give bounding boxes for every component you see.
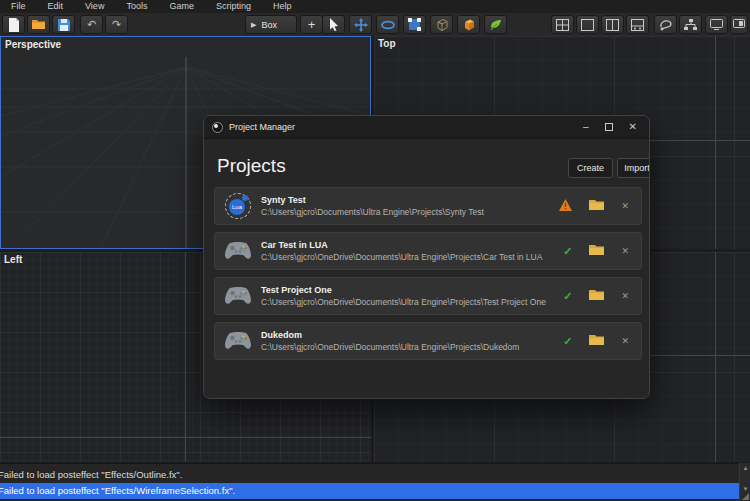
undo-icon: ↶ — [87, 19, 96, 30]
left-view-axis-vertical — [185, 252, 186, 462]
wireframe-cube-icon — [435, 18, 449, 32]
monitor-secondary-button[interactable] — [730, 15, 748, 34]
project-name: Synty Test — [261, 195, 484, 205]
menu-tools[interactable]: Tools — [115, 0, 158, 13]
layout-split-vertical-icon — [606, 19, 619, 31]
maximize-button[interactable] — [605, 123, 613, 131]
lua-logo-icon: Lua — [224, 192, 252, 220]
project-path: C:\Users\gjcro\OneDrive\Documents\Ultra … — [261, 252, 542, 262]
menu-help[interactable]: Help — [262, 0, 303, 13]
scene-hierarchy-button[interactable] — [679, 15, 702, 34]
app-logo-icon — [212, 122, 223, 133]
project-row-synty-test[interactable]: Lua Synty Test C:\Users\gjcro\Documents\… — [214, 187, 642, 225]
undo-button[interactable]: ↶ — [80, 15, 103, 34]
select-tool-button[interactable] — [322, 15, 345, 34]
hierarchy-icon — [684, 19, 697, 31]
project-path: C:\Users\gjcro\OneDrive\Documents\Ultra … — [261, 342, 519, 352]
monitor-primary-button[interactable] — [705, 15, 728, 34]
project-manager-dialog: Project Manager – ✕ Projects Create Impo… — [203, 115, 650, 399]
toolbar: ↶ ↷ ▶ Box + — [0, 13, 750, 36]
viewport-left-label: Left — [4, 254, 22, 265]
viewport-perspective-label: Perspective — [5, 39, 61, 50]
new-file-icon — [8, 18, 20, 32]
project-name: Dukedom — [261, 330, 519, 340]
ok-check-icon: ✓ — [563, 245, 572, 258]
remove-project-icon[interactable]: ✕ — [621, 291, 629, 301]
dialog-titlebar[interactable]: Project Manager – ✕ — [204, 116, 649, 139]
layout-split-vertical-button[interactable] — [601, 15, 624, 34]
save-button[interactable] — [52, 15, 75, 34]
projects-heading: Projects — [217, 155, 286, 177]
scroll-up-icon[interactable]: ▲ — [740, 465, 750, 471]
lasso-icon — [659, 19, 673, 31]
open-project-folder-icon[interactable] — [589, 197, 604, 215]
open-project-folder-icon[interactable] — [589, 287, 604, 305]
gamepad-icon — [224, 327, 252, 355]
plus-icon: + — [308, 18, 316, 31]
layout-split-horizontal-icon — [631, 19, 644, 31]
solid-cube-button[interactable] — [457, 15, 480, 34]
close-button[interactable]: ✕ — [629, 122, 637, 132]
menu-game[interactable]: Game — [158, 0, 205, 13]
console-log: Failed to load posteffect "Effects/Outli… — [0, 463, 750, 501]
br-view-axis-vertical — [715, 252, 716, 462]
create-button[interactable]: Create — [568, 158, 613, 178]
console-line-selected[interactable]: Failed to load posteffect "Effects/Wiref… — [0, 483, 739, 499]
project-row-test-project-one[interactable]: Test Project One C:\Users\gjcro\OneDrive… — [214, 277, 642, 315]
remove-project-icon[interactable]: ✕ — [621, 336, 629, 346]
resize-grip-icon[interactable] — [742, 493, 749, 500]
leaf-icon — [489, 19, 502, 31]
wireframe-cube-button[interactable] — [430, 15, 453, 34]
import-button[interactable]: Import — [617, 158, 650, 178]
project-row-car-test[interactable]: Car Test in LUA C:\Users\gjcro\OneDrive\… — [214, 232, 642, 270]
new-file-button[interactable] — [2, 15, 25, 34]
top-view-axis-vertical — [715, 36, 716, 249]
menu-view[interactable]: View — [74, 0, 115, 13]
vegetation-tool-button[interactable] — [484, 15, 507, 34]
layout-single-button[interactable] — [576, 15, 599, 34]
viewport-top-label: Top — [378, 38, 396, 49]
redo-button[interactable]: ↷ — [105, 15, 128, 34]
gamepad-icon — [224, 237, 252, 265]
open-project-folder-icon[interactable] — [589, 332, 604, 350]
ok-check-icon: ✓ — [563, 290, 572, 303]
project-path: C:\Users\gjcro\Documents\Ultra Engine\Pr… — [261, 207, 484, 217]
scale-tool-button[interactable] — [403, 15, 426, 34]
layout-quad-button[interactable] — [551, 15, 574, 34]
primitive-selector[interactable]: ▶ Box — [245, 15, 297, 34]
open-project-folder-icon[interactable] — [589, 242, 604, 260]
add-primitive-button[interactable]: + — [300, 15, 323, 34]
menu-file[interactable]: File — [0, 0, 37, 13]
redo-icon: ↷ — [112, 19, 121, 30]
project-row-dukedom[interactable]: Dukedom C:\Users\gjcro\OneDrive\Document… — [214, 322, 642, 360]
open-folder-icon — [32, 19, 46, 30]
project-path: C:\Users\gjcro\OneDrive\Documents\Ultra … — [261, 297, 546, 307]
menu-bar: File Edit View Tools Game Scripting Help — [0, 0, 750, 13]
open-project-button[interactable] — [27, 15, 50, 34]
gamepad-icon — [224, 282, 252, 310]
console-line[interactable]: Failed to load posteffect "Effects/Outli… — [0, 467, 739, 483]
cube-icon — [462, 18, 476, 32]
remove-project-icon[interactable]: ✕ — [621, 246, 629, 256]
move-arrows-icon — [354, 18, 368, 32]
remove-project-icon[interactable]: ✕ — [621, 201, 629, 211]
rotate-tool-button[interactable] — [376, 15, 399, 34]
scale-icon — [408, 18, 421, 31]
menu-scripting[interactable]: Scripting — [205, 0, 262, 13]
lasso-select-button[interactable] — [654, 15, 677, 34]
save-floppy-icon — [58, 19, 70, 31]
layout-quad-icon — [556, 19, 569, 31]
move-tool-button[interactable] — [349, 15, 372, 34]
monitor-icon — [710, 19, 723, 30]
layout-split-horizontal-button[interactable] — [626, 15, 649, 34]
menu-edit[interactable]: Edit — [37, 0, 75, 13]
dialog-title: Project Manager — [229, 122, 295, 132]
ok-check-icon: ✓ — [563, 335, 572, 348]
rotate-ellipse-icon — [381, 20, 395, 30]
project-name: Test Project One — [261, 285, 546, 295]
scroll-down-icon[interactable]: ▼ — [740, 486, 750, 492]
warning-icon — [559, 197, 572, 215]
minimize-button[interactable]: – — [583, 122, 589, 132]
project-name: Car Test in LUA — [261, 240, 542, 250]
layout-single-icon — [581, 19, 594, 31]
